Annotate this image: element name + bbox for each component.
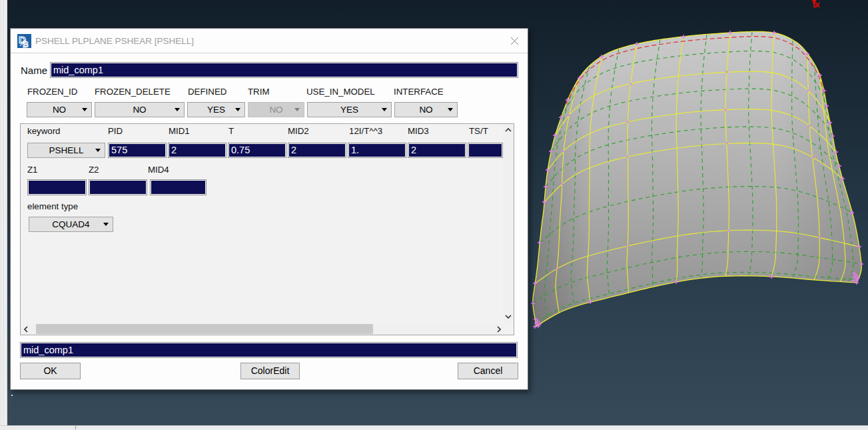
svg-text:B: B	[23, 40, 29, 48]
